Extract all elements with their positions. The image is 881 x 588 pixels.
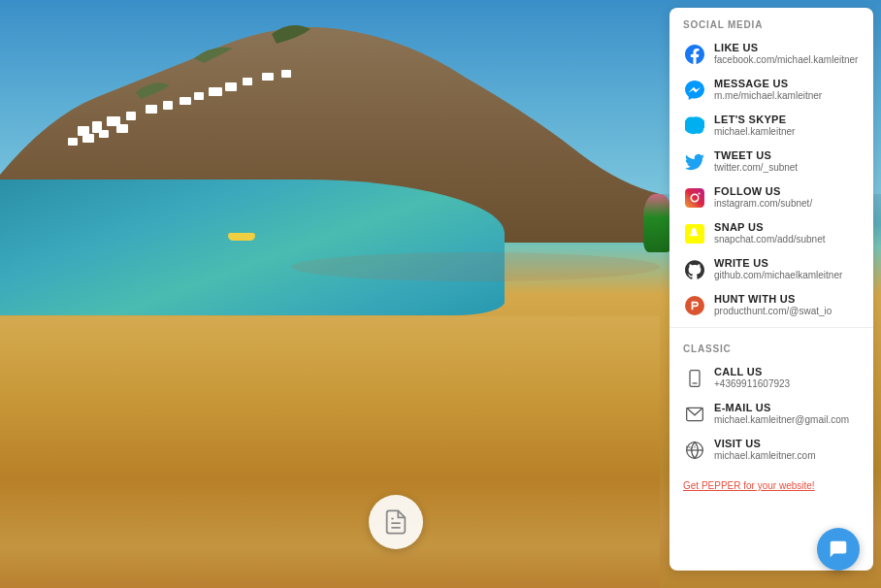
svg-rect-4 <box>146 105 157 114</box>
producthunt-sub: producthunt.com/@swat_io <box>714 306 832 316</box>
pepper-link[interactable]: Get PEPPER for your website! <box>683 480 815 491</box>
pepper-link-container: Get PEPPER for your website! <box>669 468 873 497</box>
social-media-header: SOCIAL MEDIA <box>669 8 873 36</box>
email-sub: michael.kamleitner@gmail.com <box>714 414 849 425</box>
instagram-text: FOLLOW US instagram.com/subnet/ <box>714 185 812 209</box>
beach-crowd <box>291 252 660 281</box>
facebook-label: LIKE US <box>714 42 858 53</box>
email-label: E-MAIL US <box>714 402 849 413</box>
snapchat-text: SNAP US snapchat.com/add/subnet <box>714 221 826 245</box>
svg-rect-5 <box>163 101 173 110</box>
twitter-label: TWEET US <box>714 149 798 161</box>
github-sub: github.com/michaelkamleitner <box>714 270 842 280</box>
skype-text: LET'S SKYPE michael.kamleitner <box>714 114 795 137</box>
facebook-text: LIKE US facebook.com/michael.kamleitner <box>714 42 858 65</box>
sidebar-item-instagram[interactable]: FOLLOW US instagram.com/subnet/ <box>669 180 873 215</box>
visit-sub: michael.kamleitner.com <box>714 450 815 461</box>
sidebar-item-messenger[interactable]: MESSAGE US m.me/michael.kamleitner <box>669 72 873 108</box>
call-sub: +4369911607923 <box>714 378 790 389</box>
visit-text: VISIT US michael.kamleitner.com <box>714 438 815 461</box>
classic-header: CLASSIC <box>669 332 873 360</box>
chat-button[interactable] <box>817 528 860 571</box>
svg-point-19 <box>699 192 701 194</box>
svg-rect-3 <box>126 112 136 120</box>
sidebar-item-github[interactable]: WRITE US github.com/michaelkamleitner <box>669 251 873 287</box>
svg-rect-15 <box>99 130 109 138</box>
messenger-icon <box>683 79 706 102</box>
twitter-text: TWEET US twitter.com/_subnet <box>714 149 798 173</box>
svg-rect-17 <box>685 188 704 208</box>
producthunt-icon <box>683 294 706 317</box>
svg-rect-10 <box>243 78 252 85</box>
svg-rect-11 <box>262 73 274 81</box>
svg-rect-14 <box>82 134 94 143</box>
instagram-sub: instagram.com/subnet/ <box>714 198 812 209</box>
visit-label: VISIT US <box>714 438 815 449</box>
svg-rect-9 <box>225 82 237 91</box>
svg-rect-13 <box>68 138 78 146</box>
svg-rect-16 <box>116 124 128 133</box>
svg-rect-6 <box>179 97 191 105</box>
sidebar-item-facebook[interactable]: LIKE US facebook.com/michael.kamleitner <box>669 36 873 72</box>
boat <box>228 233 255 241</box>
sidebar-item-call[interactable]: CALL US +4369911607923 <box>669 360 873 396</box>
phone-icon <box>683 367 706 390</box>
github-icon <box>683 258 706 281</box>
instagram-label: FOLLOW US <box>714 185 812 197</box>
call-text: CALL US +4369911607923 <box>714 366 790 389</box>
call-label: CALL US <box>714 366 790 377</box>
messenger-sub: m.me/michael.kamleitner <box>714 90 822 101</box>
sidebar-item-email[interactable]: E-MAIL US michael.kamleitner@gmail.com <box>669 396 873 432</box>
skype-label: LET'S SKYPE <box>714 114 795 125</box>
twitter-icon <box>683 150 706 174</box>
messenger-text: MESSAGE US m.me/michael.kamleitner <box>714 78 822 101</box>
sidebar-item-visit[interactable]: http:// VISIT US michael.kamleitner.com <box>669 432 873 468</box>
github-label: WRITE US <box>714 257 842 269</box>
sidebar-panel: SOCIAL MEDIA LIKE US facebook.com/michae… <box>669 8 873 571</box>
email-icon <box>683 403 706 426</box>
producthunt-text: HUNT WITH US producthunt.com/@swat_io <box>714 293 832 316</box>
snapchat-sub: snapchat.com/add/subnet <box>714 234 826 245</box>
svg-text:http://: http:// <box>686 444 697 449</box>
skype-sub: michael.kamleitner <box>714 126 795 137</box>
sidebar-item-producthunt[interactable]: HUNT WITH US producthunt.com/@swat_io <box>669 287 873 323</box>
sidebar-item-twitter[interactable]: TWEET US twitter.com/_subnet <box>669 144 873 180</box>
twitter-sub: twitter.com/_subnet <box>714 162 798 173</box>
instagram-icon <box>683 186 706 210</box>
web-icon: http:// <box>683 439 706 462</box>
github-text: WRITE US github.com/michaelkamleitner <box>714 257 842 280</box>
messenger-label: MESSAGE US <box>714 78 822 89</box>
svg-rect-8 <box>209 87 222 96</box>
sidebar-item-skype[interactable]: LET'S SKYPE michael.kamleitner <box>669 108 873 144</box>
section-divider <box>669 327 873 328</box>
skype-icon <box>683 114 706 138</box>
svg-rect-12 <box>281 70 291 78</box>
svg-rect-22 <box>690 371 700 387</box>
document-icon-button[interactable] <box>369 495 423 549</box>
producthunt-label: HUNT WITH US <box>714 293 832 305</box>
sidebar-item-snapchat[interactable]: SNAP US snapchat.com/add/subnet <box>669 215 873 251</box>
facebook-sub: facebook.com/michael.kamleitner <box>714 54 858 65</box>
email-text: E-MAIL US michael.kamleitner@gmail.com <box>714 402 849 425</box>
sea-water <box>0 180 505 315</box>
snapchat-icon <box>683 222 706 245</box>
svg-rect-7 <box>194 92 204 100</box>
facebook-icon <box>683 43 706 66</box>
document-icon <box>382 508 409 536</box>
snapchat-label: SNAP US <box>714 221 826 233</box>
trees-right <box>643 194 672 252</box>
chat-icon <box>828 539 849 560</box>
sand-beach <box>0 316 660 588</box>
